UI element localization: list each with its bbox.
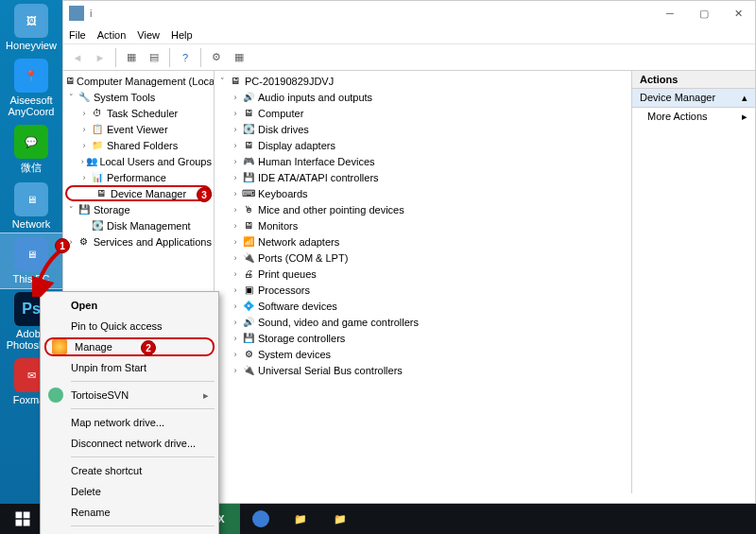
device-category[interactable]: ›🖥Computer [216,105,629,121]
show-hide-button[interactable]: ▤ [144,47,164,68]
tree-shared-folders[interactable]: ›📁Shared Folders [65,137,212,153]
device-category[interactable]: ›💾Storage controllers [216,330,629,346]
device-category[interactable]: ›⚙System devices [216,346,629,362]
device-label: Disk drives [256,124,309,135]
device-icon: 🖥 [241,139,256,152]
device-label: Mice and other pointing devices [256,204,404,215]
start-button[interactable] [4,504,42,534]
tree-system-tools[interactable]: ˅🔧System Tools [65,89,212,105]
tree-disk-management[interactable]: 💽Disk Management [65,217,212,233]
device-category[interactable]: ›💽Disk drives [216,121,629,137]
actions-more[interactable]: More Actions▸ [632,108,755,126]
device-label: Computer [256,108,303,119]
ctx-open[interactable]: Open [43,295,216,316]
tree-storage[interactable]: ˅💾Storage [65,201,212,217]
maximize-button[interactable]: ▢ [687,1,721,26]
device-icon: 🖨 [241,267,256,281]
device-category[interactable]: ›💾IDE ATA/ATAPI controllers [216,169,629,185]
chevron-right-icon: ▸ [203,389,209,402]
ctx-unpin[interactable]: Unpin from Start [43,357,216,378]
ctx-delete[interactable]: Delete [43,481,216,502]
taskbar-explorer-2[interactable]: 📁 [321,504,359,534]
device-category[interactable]: ›🖱Mice and other pointing devices [216,201,629,217]
refresh-button[interactable]: ⚙ [206,47,227,68]
svg-rect-2 [16,520,23,526]
ctx-pin-quick[interactable]: Pin to Quick access [43,316,216,336]
badge-3: 3 [197,187,212,202]
device-label: Processors [256,284,310,296]
menu-view[interactable]: View [137,29,160,41]
device-label: Keyboards [256,188,308,199]
device-category[interactable]: ›🔌Universal Serial Bus controllers [216,362,629,378]
device-category[interactable]: ›📶Network adapters [216,233,629,250]
desktop-icon-network[interactable]: 🖥Network [0,179,62,233]
menu-file[interactable]: File [69,29,86,41]
tree-performance[interactable]: ›📊Performance [65,169,212,185]
device-icon: 💽 [241,123,256,136]
ctx-map-drive[interactable]: Map network drive... [43,412,216,433]
device-category[interactable]: ›⌨Keyboards [216,185,629,201]
tree-root[interactable]: 🖥Computer Management (Local [65,73,212,89]
collapse-icon: ▴ [742,92,747,104]
actions-header: Actions [632,71,755,89]
device-tree-pane: ˅🖥PC-20190829JDVJ ›🔊Audio inputs and out… [215,71,632,493]
device-icon: 🎮 [241,155,256,168]
taskbar-explorer[interactable]: 📁 [282,504,319,534]
device-category[interactable]: ›🔊Sound, video and game controllers [216,314,629,330]
shield-icon [52,339,67,354]
device-category[interactable]: ›🎮Human Interface Devices [216,153,629,169]
device-category[interactable]: ›🔌Ports (COM & LPT) [216,250,629,266]
svg-rect-0 [16,512,23,519]
forward-button[interactable]: ► [90,47,111,68]
desktop-icon-wechat[interactable]: 💬微信 [0,121,62,179]
toolbar: ◄ ► ▦ ▤ ? ⚙ ▦ [63,44,755,71]
tortoise-icon [48,388,63,403]
svg-rect-3 [24,520,30,526]
ctx-properties[interactable]: Properties [43,529,216,534]
ctx-manage[interactable]: Manage 2 [44,337,215,356]
badge-2: 2 [141,340,156,355]
close-button[interactable]: ✕ [721,1,755,26]
desktop-icon-honeyview[interactable]: 🖼Honeyview [0,0,62,55]
tree-task-scheduler[interactable]: ›⏱Task Scheduler [65,105,212,121]
help-button[interactable]: ? [175,47,196,68]
tree-services[interactable]: ›⚙Services and Applications [65,233,212,250]
device-category[interactable]: ›🖨Print queues [216,266,629,282]
device-icon: 🔊 [241,316,256,329]
desktop-icon-anycoord[interactable]: 📍Aiseesoft AnyCoord [0,55,62,121]
device-root[interactable]: ˅🖥PC-20190829JDVJ [216,73,629,89]
device-category[interactable]: ›🖥Display adapters [216,137,629,153]
device-icon: 🔊 [241,91,256,104]
device-category[interactable]: ›🖥Monitors [216,217,629,233]
context-menu: Open Pin to Quick access Manage 2 Unpin … [40,291,219,534]
device-category[interactable]: ›🔊Audio inputs and outputs [216,89,629,105]
taskbar-app-blue[interactable] [242,504,280,534]
menu-action[interactable]: Action [97,29,127,41]
back-button[interactable]: ◄ [67,47,88,68]
device-category[interactable]: ›💠Software devices [216,298,629,314]
actions-section[interactable]: Device Manager▴ [632,89,755,108]
minimize-button[interactable]: ─ [653,1,687,26]
device-label: Print queues [256,268,317,280]
window-title: i [90,8,92,19]
ctx-tortoisesvn[interactable]: TortoiseSVN▸ [43,385,216,405]
menu-help[interactable]: Help [171,29,193,41]
device-label: Monitors [256,220,298,232]
device-icon: 🖥 [241,219,256,233]
tree-event-viewer[interactable]: ›📋Event Viewer [65,121,212,137]
ctx-create-shortcut[interactable]: Create shortcut [43,460,216,481]
tree-local-users[interactable]: ›👥Local Users and Groups [65,153,212,169]
tree-device-manager[interactable]: 🖥Device Manager 3 [65,185,212,201]
device-category[interactable]: ›▣Processors [216,282,629,298]
device-icon: 💾 [241,332,256,345]
device-label: Storage controllers [256,333,345,344]
device-icon: ⚙ [241,348,256,361]
properties-button[interactable]: ▦ [229,47,249,68]
device-label: System devices [256,349,331,360]
device-label: Universal Serial Bus controllers [256,365,403,376]
device-icon: ⌨ [241,187,256,200]
device-icon: 📶 [241,235,256,249]
ctx-disconnect-drive[interactable]: Disconnect network drive... [43,433,216,454]
ctx-rename[interactable]: Rename [43,502,216,523]
up-button[interactable]: ▦ [121,47,142,68]
